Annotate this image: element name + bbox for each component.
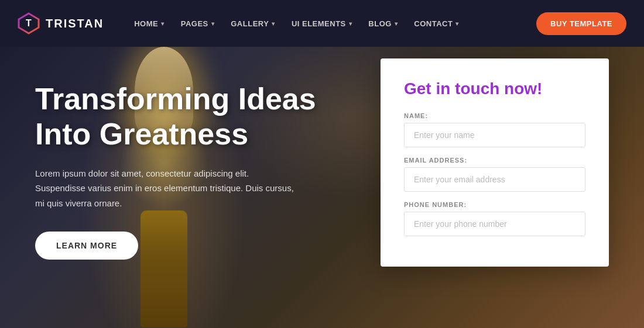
hero-content: Transforming Ideas Into Greatness Lorem … bbox=[35, 82, 316, 260]
buy-template-button[interactable]: BUY TEMPLATE bbox=[536, 12, 626, 35]
gallery-chevron-icon: ▾ bbox=[272, 20, 275, 27]
nav-pages[interactable]: PAGES ▾ bbox=[174, 15, 222, 33]
phone-input[interactable] bbox=[404, 212, 585, 236]
nav-contact[interactable]: CONTACT ▾ bbox=[407, 15, 466, 33]
name-input[interactable] bbox=[404, 123, 585, 147]
svg-text:T: T bbox=[26, 18, 32, 28]
nav-ui-elements[interactable]: UI ELEMENTS ▾ bbox=[285, 15, 359, 33]
logo-area[interactable]: T TRISTAN bbox=[18, 12, 104, 34]
contact-chevron-icon: ▾ bbox=[455, 20, 459, 27]
navbar: T TRISTAN HOME ▾ PAGES ▾ GALLERY ▾ UI EL… bbox=[0, 0, 644, 47]
contact-form-title: Get in touch now! bbox=[404, 80, 585, 98]
ui-elements-chevron-icon: ▾ bbox=[349, 20, 352, 27]
email-input[interactable] bbox=[404, 167, 585, 192]
nav-gallery[interactable]: GALLERY ▾ bbox=[224, 15, 282, 33]
logo-icon: T bbox=[18, 12, 40, 34]
blog-chevron-icon: ▾ bbox=[395, 20, 398, 27]
name-label: NAME: bbox=[404, 112, 585, 119]
pages-chevron-icon: ▾ bbox=[211, 20, 215, 27]
hero-section: Transforming Ideas Into Greatness Lorem … bbox=[0, 0, 644, 328]
email-label: EMAIL ADDRESS: bbox=[404, 157, 585, 164]
nav-blog[interactable]: BLOG ▾ bbox=[361, 15, 405, 33]
nav-links: HOME ▾ PAGES ▾ GALLERY ▾ UI ELEMENTS ▾ B… bbox=[127, 15, 536, 33]
logo-text: TRISTAN bbox=[46, 17, 104, 30]
phone-label: PHONE NUMBER: bbox=[404, 201, 585, 208]
learn-more-button[interactable]: LEARN MORE bbox=[35, 232, 138, 260]
hero-title: Transforming Ideas Into Greatness bbox=[35, 82, 316, 152]
home-chevron-icon: ▾ bbox=[161, 20, 165, 27]
nav-home[interactable]: HOME ▾ bbox=[127, 15, 172, 33]
hero-description: Lorem ipsum dolor sit amet, consectetur … bbox=[35, 166, 299, 211]
contact-form-card: Get in touch now! NAME: EMAIL ADDRESS: P… bbox=[381, 58, 609, 267]
